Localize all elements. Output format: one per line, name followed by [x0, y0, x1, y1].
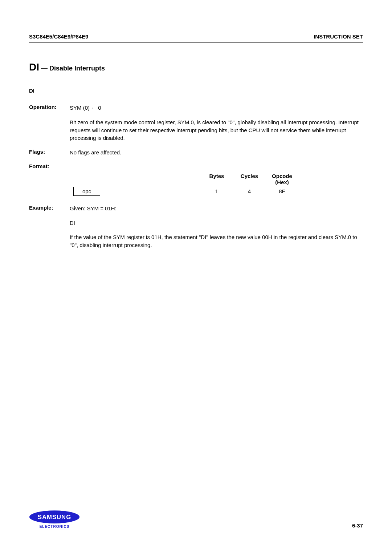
title-separator: — [39, 65, 49, 72]
example-description: If the value of the SYM register is 01H,… [70, 233, 363, 249]
page-number: 6-37 [352, 522, 363, 529]
operation-description: Bit zero of the system mode control regi… [70, 118, 363, 142]
example-content: Given: SYM = 01H: DI If the value of the… [70, 205, 363, 249]
example-label: Example: [29, 205, 70, 249]
svg-text:SAMSUNG: SAMSUNG [38, 514, 71, 521]
example-instruction: DI [70, 219, 363, 227]
format-data-row: opc 1 4 8F [70, 188, 363, 194]
format-header-row: Bytes Cycles Opcode (Hex) [70, 173, 363, 185]
instruction-title: DI — Disable Interrupts [29, 61, 363, 73]
col-bytes-header: Bytes [200, 173, 233, 185]
opcode-value: 8F [266, 188, 298, 194]
opc-container: opc [70, 188, 200, 194]
page-header: S3C84E5/C84E9/P84E9 INSTRUCTION SET [29, 33, 363, 43]
format-table: Bytes Cycles Opcode (Hex) opc 1 4 8F [70, 173, 363, 194]
logo-container: SAMSUNG ELECTRONICS [29, 510, 80, 529]
format-label: Format: [29, 163, 70, 169]
title-description: Disable Interrupts [49, 65, 105, 72]
header-left: S3C84E5/C84E9/P84E9 [29, 33, 88, 40]
format-spacer [70, 173, 200, 185]
flags-label: Flags: [29, 149, 70, 157]
electronics-text: ELECTRONICS [40, 525, 70, 529]
operation-label: Operation: [29, 104, 70, 142]
opcode-header-line1: Opcode [266, 173, 298, 179]
example-section: Example: Given: SYM = 01H: DI If the val… [29, 205, 363, 249]
col-cycles-header: Cycles [233, 173, 266, 185]
operation-expression: SYM (0) ← 0 [70, 104, 363, 112]
flags-text: No flags are affected. [70, 149, 363, 157]
bytes-value: 1 [200, 188, 233, 194]
format-section: Format: [29, 163, 363, 169]
opcode-header-line2: (Hex) [266, 179, 298, 185]
samsung-logo-icon: SAMSUNG [29, 510, 80, 524]
operation-content: SYM (0) ← 0 Bit zero of the system mode … [70, 104, 363, 142]
header-right: INSTRUCTION SET [314, 33, 363, 40]
opc-box: opc [73, 187, 100, 196]
cycles-value: 4 [233, 188, 266, 194]
mnemonic-line: DI [29, 88, 363, 94]
page-footer: SAMSUNG ELECTRONICS 6-37 [29, 510, 363, 529]
flags-section: Flags: No flags are affected. [29, 149, 363, 157]
col-opcode-header: Opcode (Hex) [266, 173, 298, 185]
title-mnemonic: DI [29, 61, 39, 73]
operation-section: Operation: SYM (0) ← 0 Bit zero of the s… [29, 104, 363, 142]
example-given: Given: SYM = 01H: [70, 205, 363, 213]
